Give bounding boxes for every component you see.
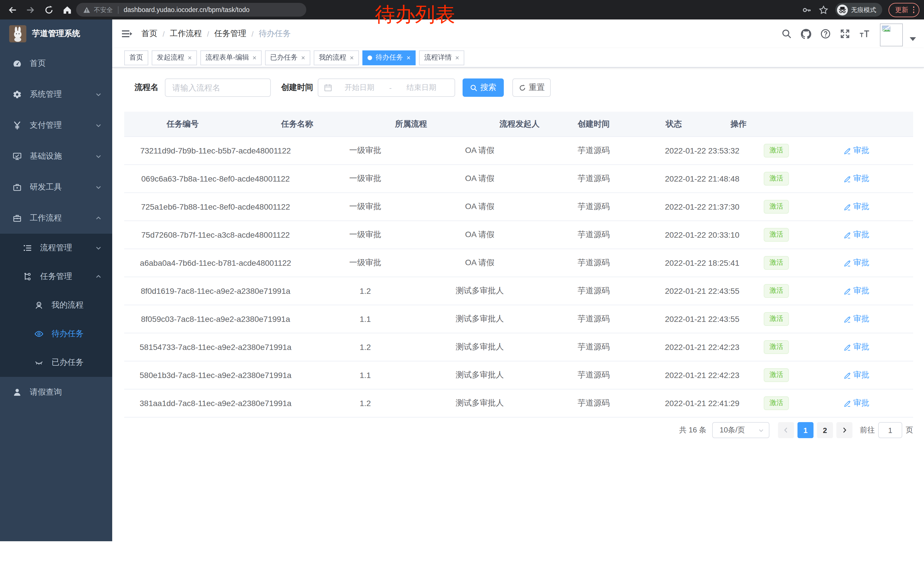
create-time-range-picker[interactable]: 开始日期 - 结束日期 bbox=[318, 78, 455, 97]
browser-back-icon[interactable] bbox=[7, 5, 17, 15]
search-icon[interactable] bbox=[782, 29, 792, 39]
reset-button[interactable]: 重置 bbox=[512, 78, 551, 97]
sidebar-item-leave-query[interactable]: 请假查询 bbox=[0, 377, 112, 408]
breadcrumb-task-management[interactable]: 任务管理 bbox=[214, 29, 246, 39]
sidebar-item-label: 首页 bbox=[30, 59, 46, 69]
process-starter-cell: 芋道源码 bbox=[536, 165, 651, 192]
search-button[interactable]: 搜索 bbox=[463, 78, 504, 97]
status-cell: 激活 bbox=[753, 193, 800, 221]
page-size-select[interactable]: 10条/页 bbox=[712, 422, 770, 438]
approve-button[interactable]: 审批 bbox=[844, 398, 869, 408]
help-icon[interactable] bbox=[820, 29, 831, 39]
approve-button[interactable]: 审批 bbox=[844, 258, 869, 268]
sidebar-item-dev-tools[interactable]: 研发工具 bbox=[0, 172, 112, 203]
next-page-button[interactable] bbox=[836, 422, 852, 438]
browser-chrome: 不安全 dashboard.yudao.iocoder.cn/bpm/task/… bbox=[0, 0, 924, 20]
approve-button[interactable]: 审批 bbox=[844, 314, 869, 324]
broken-image-icon bbox=[882, 25, 891, 35]
fullscreen-icon[interactable] bbox=[840, 29, 850, 39]
bookmark-star-icon[interactable] bbox=[818, 5, 829, 15]
prev-page-button[interactable] bbox=[778, 422, 794, 438]
edit-pen-icon bbox=[844, 399, 851, 407]
browser-forward-icon[interactable] bbox=[25, 5, 36, 15]
github-icon[interactable] bbox=[801, 29, 811, 39]
close-icon[interactable]: × bbox=[406, 54, 411, 61]
table-row: 381aa1dd-7ac8-11ec-a9e2-a2380e71991a 1.2… bbox=[124, 389, 913, 417]
status-badge: 激活 bbox=[764, 200, 789, 213]
close-icon[interactable]: × bbox=[301, 54, 305, 61]
tab-my-processes[interactable]: 我的流程× bbox=[314, 50, 359, 65]
action-cell: 审批 bbox=[800, 389, 913, 417]
avatar[interactable] bbox=[880, 24, 903, 47]
tab-home[interactable]: 首页 bbox=[124, 50, 148, 65]
status-cell: 激活 bbox=[753, 277, 800, 305]
breadcrumb: 首页 / 工作流程 / 任务管理 / 待办任务 bbox=[141, 29, 291, 39]
breadcrumb-workflow[interactable]: 工作流程 bbox=[170, 29, 202, 39]
sidebar-item-my-processes[interactable]: 我的流程 bbox=[0, 291, 112, 320]
sidebar-item-done-tasks[interactable]: 已办任务 bbox=[0, 348, 112, 377]
browser-home-icon[interactable] bbox=[62, 5, 72, 15]
sidebar-toggle-icon[interactable] bbox=[121, 28, 132, 39]
tab-done-tasks[interactable]: 已办任务× bbox=[265, 50, 310, 65]
close-icon[interactable]: × bbox=[350, 54, 354, 61]
goto-page-input[interactable] bbox=[878, 422, 902, 438]
tab-process-form-edit[interactable]: 流程表单-编辑× bbox=[200, 50, 262, 65]
action-cell: 审批 bbox=[800, 362, 913, 389]
app-logo-row[interactable]: 芋道管理系统 bbox=[0, 20, 112, 48]
close-icon[interactable]: × bbox=[252, 54, 256, 61]
browser-update-button[interactable]: 更新 bbox=[888, 3, 920, 17]
monitor-icon bbox=[13, 152, 22, 161]
approve-button[interactable]: 审批 bbox=[844, 342, 869, 352]
start-date-placeholder: 开始日期 bbox=[332, 83, 387, 93]
tab-todo-tasks[interactable]: 待办任务× bbox=[362, 50, 416, 65]
breadcrumb-current: 待办任务 bbox=[259, 29, 291, 39]
process-starter-cell: 芋道源码 bbox=[536, 277, 651, 305]
table-row: 725a1eb6-7b88-11ec-8ef0-acde48001122 一级审… bbox=[124, 193, 913, 221]
task-name-cell: 一级审批 bbox=[307, 193, 424, 221]
sidebar-item-home[interactable]: 首页 bbox=[0, 48, 112, 79]
sidebar-item-todo-tasks[interactable]: 待办任务 bbox=[0, 320, 112, 348]
approve-button[interactable]: 审批 bbox=[844, 370, 869, 380]
browser-reload-icon[interactable] bbox=[44, 5, 54, 15]
close-icon[interactable]: × bbox=[188, 54, 192, 61]
breadcrumb-home[interactable]: 首页 bbox=[141, 29, 158, 39]
sidebar-item-infrastructure[interactable]: 基础设施 bbox=[0, 141, 112, 172]
approve-button[interactable]: 审批 bbox=[844, 230, 869, 240]
page-button-2[interactable]: 2 bbox=[817, 422, 833, 438]
task-id-cell: 75d72608-7b7f-11ec-a3c8-acde48001122 bbox=[124, 221, 307, 249]
close-icon[interactable]: × bbox=[455, 54, 459, 61]
action-cell: 审批 bbox=[800, 249, 913, 277]
sidebar-item-process-management[interactable]: 流程管理 bbox=[0, 234, 112, 262]
sidebar-item-task-management[interactable]: 任务管理 bbox=[0, 262, 112, 291]
process-cell: OA 请假 bbox=[424, 193, 536, 221]
task-id-cell: a6aba0a4-7b6d-11ec-b781-acde48001122 bbox=[124, 249, 307, 277]
create-time-cell: 2022-01-21 22:42:23 bbox=[651, 362, 753, 389]
approve-button[interactable]: 审批 bbox=[844, 146, 869, 156]
sidebar-item-workflow[interactable]: 工作流程 bbox=[0, 203, 112, 234]
status-badge: 激活 bbox=[764, 396, 789, 410]
status-badge: 激活 bbox=[764, 144, 789, 157]
sidebar-item-payment[interactable]: 支付管理 bbox=[0, 110, 112, 141]
process-cell: 测试多审批人 bbox=[424, 389, 536, 417]
eye-icon bbox=[34, 329, 44, 338]
address-bar[interactable]: 不安全 dashboard.yudao.iocoder.cn/bpm/task/… bbox=[76, 3, 306, 17]
active-dot bbox=[368, 55, 372, 60]
approve-label: 审批 bbox=[853, 174, 869, 184]
font-size-icon[interactable] bbox=[859, 29, 870, 39]
password-key-icon[interactable] bbox=[802, 5, 812, 15]
tab-start-process[interactable]: 发起流程× bbox=[152, 50, 197, 65]
browser-menu-icon[interactable] bbox=[911, 7, 916, 13]
process-cell: OA 请假 bbox=[424, 137, 536, 164]
caret-down-icon[interactable] bbox=[910, 37, 916, 41]
approve-button[interactable]: 审批 bbox=[844, 286, 869, 296]
page-button-1[interactable]: 1 bbox=[798, 422, 813, 438]
total-count: 共 16 条 bbox=[679, 425, 706, 435]
sidebar-item-system[interactable]: 系统管理 bbox=[0, 79, 112, 110]
column-header: 任务名称 bbox=[241, 112, 353, 136]
approve-button[interactable]: 审批 bbox=[844, 201, 869, 212]
tab-process-detail[interactable]: 流程详情× bbox=[419, 50, 464, 65]
chevron-down-icon bbox=[758, 427, 764, 433]
edit-pen-icon bbox=[844, 147, 851, 155]
approve-button[interactable]: 审批 bbox=[844, 174, 869, 184]
process-name-input[interactable] bbox=[165, 78, 271, 97]
